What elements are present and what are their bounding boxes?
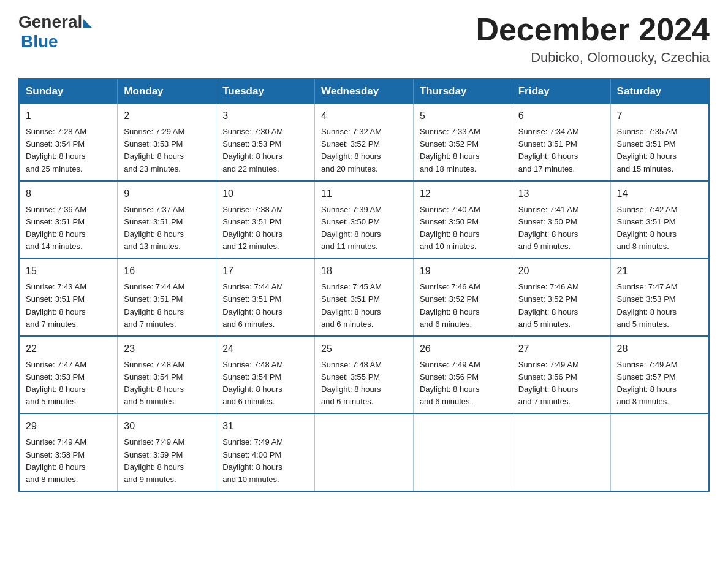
calendar-cell bbox=[413, 413, 512, 491]
weekday-header-monday: Monday bbox=[118, 79, 216, 104]
calendar-week-1: 1Sunrise: 7:28 AMSunset: 3:54 PMDaylight… bbox=[19, 104, 709, 181]
calendar-cell: 18Sunrise: 7:45 AMSunset: 3:51 PMDayligh… bbox=[315, 258, 414, 336]
day-info: Sunrise: 7:38 AMSunset: 3:51 PMDaylight:… bbox=[222, 204, 308, 253]
calendar-cell: 31Sunrise: 7:49 AMSunset: 4:00 PMDayligh… bbox=[216, 413, 315, 491]
day-info: Sunrise: 7:34 AMSunset: 3:51 PMDaylight:… bbox=[518, 126, 604, 175]
calendar-cell: 28Sunrise: 7:49 AMSunset: 3:57 PMDayligh… bbox=[610, 336, 709, 414]
day-info: Sunrise: 7:47 AMSunset: 3:53 PMDaylight:… bbox=[26, 359, 111, 408]
calendar-cell: 4Sunrise: 7:32 AMSunset: 3:52 PMDaylight… bbox=[315, 104, 414, 181]
weekday-header-thursday: Thursday bbox=[413, 79, 512, 104]
day-info: Sunrise: 7:49 AMSunset: 3:56 PMDaylight:… bbox=[420, 359, 506, 408]
day-number: 4 bbox=[321, 109, 407, 123]
day-info: Sunrise: 7:40 AMSunset: 3:50 PMDaylight:… bbox=[420, 204, 506, 253]
logo-arrow-icon bbox=[83, 19, 92, 28]
calendar-cell: 20Sunrise: 7:46 AMSunset: 3:52 PMDayligh… bbox=[512, 258, 610, 336]
calendar-week-3: 15Sunrise: 7:43 AMSunset: 3:51 PMDayligh… bbox=[19, 258, 709, 336]
calendar-cell: 16Sunrise: 7:44 AMSunset: 3:51 PMDayligh… bbox=[118, 258, 216, 336]
logo-blue: Blue bbox=[21, 32, 58, 51]
day-info: Sunrise: 7:35 AMSunset: 3:51 PMDaylight:… bbox=[617, 126, 702, 175]
day-info: Sunrise: 7:29 AMSunset: 3:53 PMDaylight:… bbox=[124, 126, 210, 175]
day-info: Sunrise: 7:49 AMSunset: 3:56 PMDaylight:… bbox=[518, 359, 604, 408]
calendar-cell: 11Sunrise: 7:39 AMSunset: 3:50 PMDayligh… bbox=[315, 181, 414, 259]
day-number: 3 bbox=[222, 109, 308, 123]
day-number: 8 bbox=[26, 186, 111, 201]
day-number: 2 bbox=[124, 109, 210, 123]
day-number: 27 bbox=[518, 342, 604, 356]
weekday-header-tuesday: Tuesday bbox=[216, 79, 315, 104]
calendar-week-2: 8Sunrise: 7:36 AMSunset: 3:51 PMDaylight… bbox=[19, 181, 709, 259]
logo-general: General bbox=[18, 12, 82, 32]
calendar-cell: 10Sunrise: 7:38 AMSunset: 3:51 PMDayligh… bbox=[216, 181, 315, 259]
calendar-cell: 13Sunrise: 7:41 AMSunset: 3:50 PMDayligh… bbox=[512, 181, 610, 259]
day-number: 10 bbox=[222, 186, 308, 201]
calendar-cell: 26Sunrise: 7:49 AMSunset: 3:56 PMDayligh… bbox=[413, 336, 512, 414]
day-info: Sunrise: 7:36 AMSunset: 3:51 PMDaylight:… bbox=[26, 204, 111, 253]
calendar-cell: 24Sunrise: 7:48 AMSunset: 3:54 PMDayligh… bbox=[216, 336, 315, 414]
day-number: 17 bbox=[222, 264, 308, 278]
day-info: Sunrise: 7:37 AMSunset: 3:51 PMDaylight:… bbox=[124, 204, 210, 253]
day-number: 6 bbox=[518, 109, 604, 123]
calendar-cell: 9Sunrise: 7:37 AMSunset: 3:51 PMDaylight… bbox=[118, 181, 216, 259]
title-area: December 2024 Dubicko, Olomoucky, Czechi… bbox=[476, 12, 710, 66]
calendar-cell: 25Sunrise: 7:48 AMSunset: 3:55 PMDayligh… bbox=[315, 336, 414, 414]
day-number: 18 bbox=[321, 264, 407, 278]
calendar-cell: 8Sunrise: 7:36 AMSunset: 3:51 PMDaylight… bbox=[19, 181, 118, 259]
day-info: Sunrise: 7:33 AMSunset: 3:52 PMDaylight:… bbox=[420, 126, 506, 175]
calendar-cell: 15Sunrise: 7:43 AMSunset: 3:51 PMDayligh… bbox=[19, 258, 118, 336]
day-number: 24 bbox=[222, 342, 308, 356]
weekday-header-row: SundayMondayTuesdayWednesdayThursdayFrid… bbox=[19, 79, 709, 104]
calendar-week-5: 29Sunrise: 7:49 AMSunset: 3:58 PMDayligh… bbox=[19, 413, 709, 491]
calendar-cell: 21Sunrise: 7:47 AMSunset: 3:53 PMDayligh… bbox=[610, 258, 709, 336]
day-number: 5 bbox=[420, 109, 506, 123]
day-info: Sunrise: 7:46 AMSunset: 3:52 PMDaylight:… bbox=[420, 281, 506, 331]
logo: General Blue bbox=[18, 12, 92, 52]
calendar-cell bbox=[512, 413, 610, 491]
day-info: Sunrise: 7:48 AMSunset: 3:54 PMDaylight:… bbox=[124, 359, 210, 408]
day-info: Sunrise: 7:39 AMSunset: 3:50 PMDaylight:… bbox=[321, 204, 407, 253]
day-number: 15 bbox=[26, 264, 111, 278]
day-info: Sunrise: 7:44 AMSunset: 3:51 PMDaylight:… bbox=[124, 281, 210, 331]
day-number: 31 bbox=[222, 419, 308, 434]
day-info: Sunrise: 7:46 AMSunset: 3:52 PMDaylight:… bbox=[518, 281, 604, 331]
day-info: Sunrise: 7:32 AMSunset: 3:52 PMDaylight:… bbox=[321, 126, 407, 175]
calendar-cell: 29Sunrise: 7:49 AMSunset: 3:58 PMDayligh… bbox=[19, 413, 118, 491]
day-info: Sunrise: 7:48 AMSunset: 3:55 PMDaylight:… bbox=[321, 359, 407, 408]
day-number: 16 bbox=[124, 264, 210, 278]
calendar-cell: 6Sunrise: 7:34 AMSunset: 3:51 PMDaylight… bbox=[512, 104, 610, 181]
day-number: 22 bbox=[26, 342, 111, 356]
page-header: General Blue December 2024 Dubicko, Olom… bbox=[18, 12, 710, 66]
calendar-cell: 27Sunrise: 7:49 AMSunset: 3:56 PMDayligh… bbox=[512, 336, 610, 414]
weekday-header-saturday: Saturday bbox=[610, 79, 709, 104]
day-number: 29 bbox=[26, 419, 111, 434]
day-number: 11 bbox=[321, 186, 407, 201]
day-info: Sunrise: 7:45 AMSunset: 3:51 PMDaylight:… bbox=[321, 281, 407, 331]
day-info: Sunrise: 7:43 AMSunset: 3:51 PMDaylight:… bbox=[26, 281, 111, 331]
day-number: 28 bbox=[617, 342, 702, 356]
day-number: 30 bbox=[124, 419, 210, 434]
day-number: 21 bbox=[617, 264, 702, 278]
day-info: Sunrise: 7:49 AMSunset: 3:57 PMDaylight:… bbox=[617, 359, 702, 408]
calendar-cell: 5Sunrise: 7:33 AMSunset: 3:52 PMDaylight… bbox=[413, 104, 512, 181]
calendar-cell bbox=[315, 413, 414, 491]
calendar-cell: 14Sunrise: 7:42 AMSunset: 3:51 PMDayligh… bbox=[610, 181, 709, 259]
day-number: 14 bbox=[617, 186, 702, 201]
calendar-cell: 7Sunrise: 7:35 AMSunset: 3:51 PMDaylight… bbox=[610, 104, 709, 181]
day-info: Sunrise: 7:28 AMSunset: 3:54 PMDaylight:… bbox=[26, 126, 111, 175]
calendar-cell: 23Sunrise: 7:48 AMSunset: 3:54 PMDayligh… bbox=[118, 336, 216, 414]
day-info: Sunrise: 7:47 AMSunset: 3:53 PMDaylight:… bbox=[617, 281, 702, 331]
calendar-cell: 3Sunrise: 7:30 AMSunset: 3:53 PMDaylight… bbox=[216, 104, 315, 181]
day-info: Sunrise: 7:41 AMSunset: 3:50 PMDaylight:… bbox=[518, 204, 604, 253]
day-number: 1 bbox=[26, 109, 111, 123]
calendar-cell bbox=[610, 413, 709, 491]
day-number: 23 bbox=[124, 342, 210, 356]
calendar-cell: 19Sunrise: 7:46 AMSunset: 3:52 PMDayligh… bbox=[413, 258, 512, 336]
day-number: 25 bbox=[321, 342, 407, 356]
day-number: 13 bbox=[518, 186, 604, 201]
day-info: Sunrise: 7:42 AMSunset: 3:51 PMDaylight:… bbox=[617, 204, 702, 253]
calendar-cell: 12Sunrise: 7:40 AMSunset: 3:50 PMDayligh… bbox=[413, 181, 512, 259]
day-info: Sunrise: 7:30 AMSunset: 3:53 PMDaylight:… bbox=[222, 126, 308, 175]
weekday-header-wednesday: Wednesday bbox=[315, 79, 414, 104]
calendar-cell: 30Sunrise: 7:49 AMSunset: 3:59 PMDayligh… bbox=[118, 413, 216, 491]
calendar-cell: 22Sunrise: 7:47 AMSunset: 3:53 PMDayligh… bbox=[19, 336, 118, 414]
day-info: Sunrise: 7:49 AMSunset: 3:59 PMDaylight:… bbox=[124, 436, 210, 486]
